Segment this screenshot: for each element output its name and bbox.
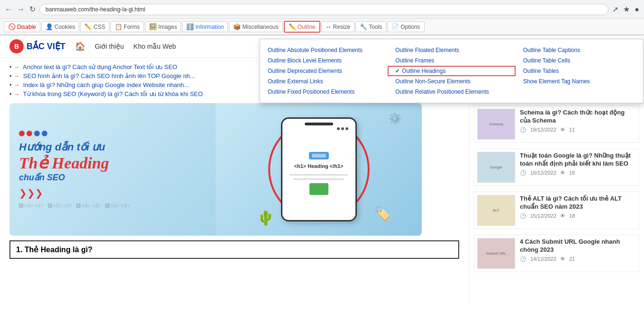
site-logo[interactable]: B BẮC VIỆT — [9, 39, 65, 53]
phone-mockup: <h1> Heading </h1> — [281, 117, 357, 221]
sidebar-title-3[interactable]: Thẻ ALT là gì? Cách tối ưu thẻ ALT chuẩn… — [520, 195, 636, 211]
forms-button[interactable]: 📋 Forms — [110, 21, 144, 32]
sidebar-title-2[interactable]: Thuật toán Google là gì? Những thuật toá… — [520, 152, 636, 168]
sidebar-date-1: 19/12/2022 — [530, 127, 556, 133]
reload-icon[interactable]: ↻ — [29, 5, 36, 14]
gear-icon: ⚙️ — [389, 113, 401, 125]
show-element-tags-link[interactable]: Show Element Tag Names — [516, 76, 643, 87]
dot-blue2 — [42, 131, 47, 136]
images-button[interactable]: 🖼️ Images — [145, 21, 181, 32]
sidebar-info-3: Thẻ ALT là gì? Cách tối ưu thẻ ALT chuẩn… — [520, 195, 636, 226]
cookies-label: Cookies — [54, 24, 75, 30]
sidebar-date-2: 16/12/2022 — [530, 170, 556, 176]
browser-bar: ← → ↻ banmauweb.com/the-heading-la-gi.ht… — [0, 0, 644, 19]
outline-external-links-link[interactable]: Outline External Links — [260, 76, 388, 87]
options-icon: 📄 — [391, 23, 399, 30]
outline-floated-link[interactable]: Outline Floated Elements — [388, 45, 515, 55]
extension-toolbar: 🚫 Disable 👤 Cookies ✏️ CSS 📋 Forms 🖼️ Im… — [0, 19, 644, 35]
tag-icon: 🏷️ — [374, 206, 391, 221]
sidebar-info-4: 4 Cách Submit URL Google nhanh chóng 202… — [520, 238, 636, 269]
share-icon[interactable]: ➚ — [612, 5, 618, 14]
profile-icon[interactable]: ● — [635, 5, 639, 14]
info-icon: ℹ️ — [186, 23, 194, 30]
image-arrows: ❯❯❯ — [19, 187, 206, 199]
breadcrumb-link-3[interactable]: Từ khóa trong SEO (Keyword) là gì? Cách … — [23, 90, 203, 97]
outline-button[interactable]: ✏️ Outline — [284, 21, 320, 33]
outline-table-captions-link[interactable]: Outline Table Captions — [516, 45, 643, 55]
browser-nav-icons[interactable]: ← → ↻ — [5, 5, 36, 14]
breadcrumb-link-0[interactable]: Anchor text là gì? Cách sử dụng Anchor T… — [23, 63, 177, 71]
site-nav: Giới thiệu Kho mẫu Web — [95, 43, 176, 50]
bookmark-icon[interactable]: ★ — [623, 5, 630, 14]
sidebar-date-4: 14/12/2022 — [530, 256, 556, 262]
resize-button[interactable]: ↔️ Resize — [321, 21, 355, 32]
information-button[interactable]: ℹ️ Information — [182, 21, 228, 32]
sidebar-title-4[interactable]: 4 Cách Submit URL Google nhanh chóng 202… — [520, 238, 636, 254]
outline-fixed-link[interactable]: Outline Fixed Positioned Elements — [260, 87, 388, 97]
options-button[interactable]: 📄 Options — [387, 21, 424, 32]
dropdown-col-2: Outline Floated Elements Outline Frames … — [388, 43, 515, 99]
disable-icon: 🚫 — [8, 23, 16, 30]
forms-icon: 📋 — [115, 23, 122, 30]
breadcrumb-link-1[interactable]: SEO hình ảnh là gì? Cách SEO hình ảnh lê… — [23, 72, 195, 79]
forms-label: Forms — [124, 24, 140, 30]
outline-deprecated-link[interactable]: Outline Deprecated Elements — [260, 66, 388, 76]
outline-nonsecure-link[interactable]: Outline Non-Secure Elements — [388, 76, 515, 87]
phone-screen-text: <h1> Heading </h1> — [290, 159, 347, 173]
outline-headings-link[interactable]: ✔ Outline Headings — [388, 66, 515, 76]
browser-action-icons: ➚ ★ ● — [612, 5, 639, 14]
article-image-inner: Hướng dẫn tối ưu Thẻ Heading chuẩn SEO ❯… — [9, 103, 422, 236]
dot-red — [19, 131, 25, 136]
outline-dropdown-menu: Outline Absolute Positioned Elements Out… — [260, 39, 644, 103]
phone-dots — [337, 127, 348, 130]
home-icon[interactable]: 🏠 — [75, 41, 85, 52]
phone-green-block — [309, 183, 328, 195]
outline-tables-link[interactable]: Outline Tables — [516, 66, 643, 76]
css-label: CSS — [93, 24, 105, 30]
dropdown-col-3: Outline Table Captions Outline Table Cel… — [516, 43, 643, 99]
sidebar-date-icon-1: 🕐 — [520, 127, 526, 133]
outline-table-cells-link[interactable]: Outline Table Cells — [516, 55, 643, 66]
back-icon[interactable]: ← — [5, 5, 12, 14]
sidebar-views-1: 11 — [569, 127, 575, 133]
nav-templates[interactable]: Kho mẫu Web — [134, 43, 176, 50]
sidebar-meta-4: 🕐 14/12/2022 👁 21 — [520, 256, 636, 262]
cookies-button[interactable]: 👤 Cookies — [41, 21, 79, 32]
sidebar-views-icon-2: 👁 — [560, 170, 565, 176]
tools-button[interactable]: 🔧 Tools — [355, 21, 386, 32]
outline-absolute-link[interactable]: Outline Absolute Positioned Elements — [260, 45, 388, 55]
css-button[interactable]: ✏️ CSS — [80, 21, 109, 32]
dot-red2 — [27, 131, 32, 136]
outline-frames-link[interactable]: Outline Frames — [388, 55, 515, 66]
arrow-icon-3: → — [13, 90, 19, 97]
image-left: Hướng dẫn tối ưu Thẻ Heading chuẩn SEO ❯… — [9, 103, 216, 236]
outline-relative-link[interactable]: Outline Relative Positioned Elements — [388, 87, 515, 97]
miscellaneous-label: Miscellaneous — [242, 24, 278, 30]
forward-icon[interactable]: → — [17, 5, 25, 14]
sidebar-meta-3: 🕐 15/12/2022 👁 18 — [520, 213, 636, 219]
disable-label: Disable — [17, 24, 36, 30]
article-h1: 1. Thẻ Heading là gì? — [9, 240, 459, 259]
image-right: <h1> Heading </h1> 🌵 🏷️ ⚙️ — [216, 103, 422, 236]
sidebar-date-icon-4: 🕐 — [520, 256, 526, 262]
breadcrumb-link-2[interactable]: Index là gì? Những cách giúp Google inde… — [23, 81, 189, 88]
sidebar-info-2: Thuật toán Google là gì? Những thuật toá… — [520, 152, 636, 183]
address-bar[interactable]: banmauweb.com/the-heading-la-gi.html — [39, 4, 608, 15]
miscellaneous-button[interactable]: 📦 Miscellaneous — [229, 21, 282, 32]
resize-icon: ↔️ — [326, 23, 332, 30]
sidebar-views-3: 18 — [569, 213, 575, 219]
thumb-text-3: ALT — [492, 207, 500, 213]
logo-icon: B — [9, 39, 24, 53]
nav-about[interactable]: Giới thiệu — [95, 43, 124, 50]
sidebar-views-2: 18 — [569, 170, 575, 176]
checkmark-icon: ✔ — [395, 68, 400, 74]
outline-label: Outline — [298, 24, 316, 30]
sidebar-title-1[interactable]: Schema là gì? Cách thức hoạt động của Sc… — [520, 109, 636, 125]
misc-icon: 📦 — [233, 23, 241, 30]
sidebar-meta-2: 🕐 16/12/2022 👁 18 — [520, 170, 636, 176]
disable-button[interactable]: 🚫 Disable — [4, 21, 40, 32]
arrow-icon-0: → — [13, 63, 19, 71]
outline-block-link[interactable]: Outline Block Level Elements — [260, 55, 388, 66]
sidebar-item-4: Submit URL 4 Cách Submit URL Google nhan… — [474, 235, 639, 272]
sidebar-thumb-1: Schema — [477, 109, 515, 140]
